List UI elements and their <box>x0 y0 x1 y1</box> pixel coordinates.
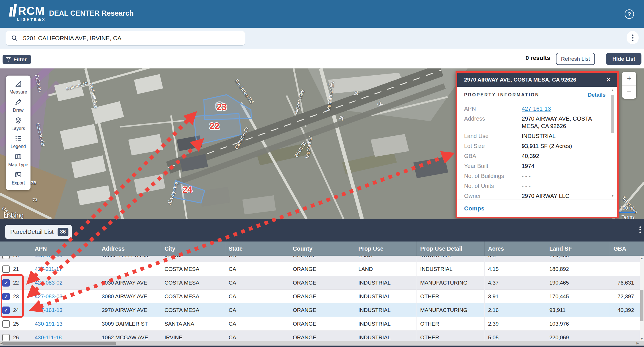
property-field-row: Land UseINDUSTRIAL <box>464 132 606 140</box>
scroll-down-icon[interactable]: ▼ <box>611 194 615 197</box>
cell-prop_use: INDUSTRIAL <box>355 303 417 317</box>
apn-link[interactable]: 427-161-13 <box>31 303 98 317</box>
column-header-prop-use-detail[interactable]: Prop Use Detail <box>417 242 485 256</box>
zoom-in-button[interactable]: + <box>622 72 636 86</box>
apn-link[interactable]: 427-083-03 <box>31 290 98 303</box>
row-number: 22 <box>13 280 19 286</box>
map-tool-label: Export <box>12 180 25 186</box>
column-header-apn[interactable]: APN <box>31 242 98 256</box>
zoom-out-button[interactable]: − <box>622 86 636 99</box>
page-title: DEAL CENTER Research <box>49 9 134 17</box>
search-options-button[interactable] <box>627 31 639 44</box>
scroll-up-icon[interactable]: ▲ <box>640 256 644 260</box>
list-options-button[interactable] <box>639 226 641 233</box>
cell-land_sf: 274,400 <box>546 256 610 262</box>
apn-link[interactable]: 430-111-18 <box>31 331 98 341</box>
map-tool-export[interactable]: Export <box>6 169 31 187</box>
apn-link[interactable]: 445-102-09 <box>31 256 98 262</box>
cell-prop_use: INDUSTRIAL <box>355 317 417 331</box>
row-checkbox[interactable] <box>2 334 10 341</box>
search-icon <box>11 35 18 42</box>
map-tool-layers[interactable]: Layers <box>6 115 31 133</box>
filter-button[interactable]: Filter <box>3 55 31 64</box>
rcm-deal-center-app: RCM LIGHTB◉X DEAL CENTER Research ? Filt… <box>0 0 644 347</box>
property-field-value: 1974 <box>522 162 602 170</box>
table-vscroll-thumb[interactable] <box>640 290 643 321</box>
row-checkbox-checked[interactable]: ✓ <box>2 307 10 314</box>
map-attribution: b Bing <box>3 210 24 219</box>
row-number: 26 <box>13 335 19 341</box>
table-row-26[interactable]: 26430-111-181062 MCGAW AVEIRVINECAORANGE… <box>0 331 644 341</box>
help-icon[interactable]: ? <box>625 9 634 19</box>
table-hscroll-thumb[interactable] <box>2 342 116 345</box>
table-row-20[interactable]: 20445-102-0910002 TELLER AVEIRVINECAORAN… <box>0 256 644 262</box>
page-bottom-edge <box>0 346 644 347</box>
close-icon[interactable]: ✕ <box>606 76 611 84</box>
details-link[interactable]: Details <box>588 92 606 98</box>
scroll-up-icon[interactable]: ▲ <box>611 88 615 92</box>
hide-list-button[interactable]: Hide List <box>606 53 641 65</box>
row-checkbox[interactable] <box>2 320 10 328</box>
kebab-icon <box>632 35 633 41</box>
map-tool-legend[interactable]: Legend <box>6 133 31 151</box>
refresh-list-button[interactable]: Refresh List <box>556 53 595 65</box>
column-header-gba[interactable]: GBA <box>610 242 644 256</box>
comps-link[interactable]: Comps <box>464 205 484 212</box>
scroll-down-icon[interactable]: ▼ <box>640 337 644 340</box>
map-scale: 100 m <box>618 205 635 213</box>
map-parcel-label-23[interactable]: 23 <box>217 102 226 112</box>
cell-land_sf: 93,911 <box>546 303 610 317</box>
property-field-label: Lot Size <box>464 142 522 150</box>
row-checkbox-checked[interactable]: ✓ <box>2 293 10 300</box>
map-tool-draw[interactable]: Draw <box>6 97 31 115</box>
property-field-value: INDUSTRIAL <box>522 132 602 140</box>
apn-link[interactable]: 427-211-17 <box>31 262 98 276</box>
table-row-23[interactable]: ✓23427-083-033080 AIRWAY AVECOSTA MESACA… <box>0 290 644 303</box>
column-header-county[interactable]: County <box>289 242 355 256</box>
column-header-select[interactable] <box>0 242 31 256</box>
cell-gba <box>610 262 644 276</box>
panel-scroll-thumb[interactable] <box>611 95 614 133</box>
map-parcel-label-24[interactable]: 24 <box>182 185 192 195</box>
rcm-logo-icon <box>10 4 16 17</box>
column-header-address[interactable]: Address <box>98 242 161 256</box>
property-field-row: Address2970 AIRWAY AVE, COSTA MESA, CA 9… <box>464 115 606 130</box>
map-tool-measure[interactable]: Measure <box>6 78 31 97</box>
table-row-21[interactable]: 21427-211-17COSTA MESACAORANGELANDINDUST… <box>0 262 644 276</box>
row-checkbox-checked[interactable]: ✓ <box>2 279 10 287</box>
cell-state: CA <box>225 290 289 303</box>
apn-link[interactable]: 427-083-02 <box>31 276 98 290</box>
property-field-label: No. of Buildings <box>464 172 522 180</box>
apn-link[interactable]: 430-191-13 <box>31 317 98 331</box>
row-checkbox[interactable] <box>2 265 10 273</box>
search-input[interactable] <box>23 35 233 42</box>
property-field-label: GBA <box>464 152 522 160</box>
table-row-25[interactable]: 25430-191-133009 DAIMLER STSANTA ANACAOR… <box>0 317 644 331</box>
column-header-acres[interactable]: Acres <box>485 242 546 256</box>
apn-link[interactable]: 427-161-13 <box>522 105 602 112</box>
terms-link[interactable]: Terms <box>621 214 635 219</box>
table-horizontal-scrollbar[interactable]: ◀ ▶ <box>0 341 644 346</box>
column-header-state[interactable]: State <box>225 242 289 256</box>
cell-land_sf: 220,069 <box>546 331 610 341</box>
cell-county: ORANGE <box>289 303 355 317</box>
map-tool-map-type[interactable]: Map Type <box>6 151 31 169</box>
table-row-22[interactable]: ✓22427-083-023030 AIRWAY AVECOSTA MESACA… <box>0 276 644 290</box>
map-tool-label: Map Type <box>8 162 28 167</box>
cell-land_sf: 180,892 <box>546 262 610 276</box>
scroll-right-icon[interactable]: ▶ <box>637 341 639 345</box>
column-header-land-sf[interactable]: Land SF <box>546 242 610 256</box>
row-checkbox[interactable] <box>2 256 10 259</box>
parcel-list-toggle[interactable]: ParcelDetail List 36 <box>5 225 72 239</box>
cell-gba <box>610 317 644 331</box>
property-field-value: - - - <box>522 182 602 190</box>
map[interactable]: PullmanKalmus DrRed Hill AveIke Jones Rd… <box>0 68 644 219</box>
table-vertical-scrollbar[interactable]: ▲ ▼ <box>640 256 644 341</box>
map-parcel-label-22[interactable]: 22 <box>210 121 219 131</box>
column-header-city[interactable]: City <box>161 242 225 256</box>
cell-address <box>98 262 161 276</box>
panel-scrollbar[interactable]: ▲ ▼ <box>611 88 615 197</box>
row-number: 23 <box>13 294 19 300</box>
column-header-prop-use[interactable]: Prop Use <box>355 242 417 256</box>
table-row-24[interactable]: ✓24427-161-132970 AIRWAY AVECOSTA MESACA… <box>0 303 644 317</box>
